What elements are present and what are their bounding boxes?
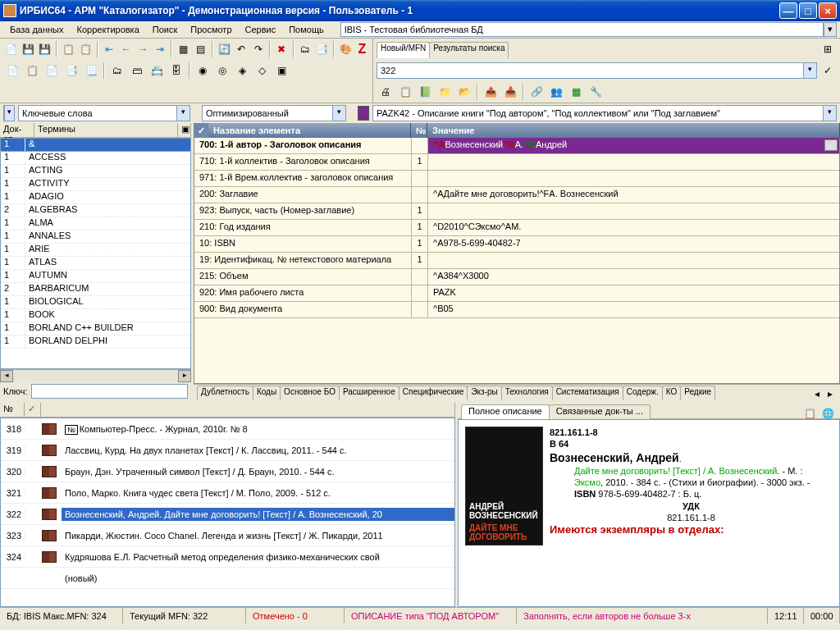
term-row[interactable]: 2BARBARICUM (1, 283, 190, 296)
action3-icon[interactable]: ◈ (233, 62, 251, 80)
reccol-num[interactable]: № (0, 403, 25, 418)
fields-col-value[interactable]: Значение (427, 123, 840, 138)
folder2-icon[interactable]: 📂 (455, 83, 473, 101)
card1-icon[interactable]: 🗂 (108, 62, 126, 80)
card4-icon[interactable]: 🗄 (167, 62, 185, 80)
database-dropdown[interactable]: ▾ (824, 22, 837, 37)
view1-icon[interactable]: ▦ (176, 40, 191, 58)
field-tab[interactable]: Дублетность (197, 386, 253, 400)
term-row[interactable]: 1ACTING (1, 165, 190, 178)
field-row[interactable]: 923: Выпуск, часть (Номер-заглавие)1 (194, 203, 839, 220)
tool1-icon[interactable]: 🗂 (298, 40, 313, 58)
excel-icon[interactable]: ▦ (567, 83, 585, 101)
link-icon[interactable]: 🔗 (527, 83, 546, 101)
term-row[interactable]: 1BIOLOGICAL (1, 296, 190, 309)
field-row[interactable]: 210: Год издания1^D2010^CЭксмо^AМ. (194, 220, 839, 236)
field-tab[interactable]: Основное БО (280, 386, 340, 400)
record-row[interactable]: 323Пикарди, Жюстин. Coco Chanel. Легенда… (1, 525, 454, 546)
tab-list-icon[interactable]: ⊞ (819, 40, 837, 58)
doc1-icon[interactable]: 📄 (3, 62, 21, 80)
export-icon[interactable]: 📤 (482, 83, 500, 101)
doc4-icon[interactable]: 📑 (62, 62, 80, 80)
terms-col-docs[interactable]: Док-ов (0, 123, 34, 137)
tab-scroll-right-icon[interactable]: ▸ (824, 387, 837, 400)
menu-view[interactable]: Просмотр (184, 23, 238, 36)
prev-icon[interactable]: ← (118, 40, 134, 58)
term-row[interactable]: 1& (1, 139, 190, 152)
pin-icon[interactable]: ▣ (178, 123, 191, 137)
tab-new-mfn[interactable]: Новый/MFN (377, 42, 430, 58)
menu-database[interactable]: База данных (3, 23, 71, 36)
term-row[interactable]: 1BORLAND DELPHI (1, 336, 190, 349)
field-row[interactable]: 200: Заглавие^AДайте мне договорить!^FА.… (194, 187, 839, 203)
field-row[interactable]: 971: 1-й Врем.коллектив - заголовок опис… (194, 171, 839, 187)
keyword-dropdown[interactable]: ▾ (176, 106, 189, 121)
term-row[interactable]: 1ALMA (1, 217, 190, 231)
record-row[interactable]: 324Кудряшова Е.Л. Расчетный метод опреде… (1, 546, 454, 568)
expand-button[interactable]: … (824, 139, 838, 151)
field-tab[interactable]: Редкие (680, 386, 715, 400)
action5-icon[interactable]: ▣ (272, 62, 290, 80)
paste-icon[interactable]: 📋 (78, 40, 94, 58)
people-icon[interactable]: 👥 (547, 83, 565, 101)
field-row[interactable]: 710: 1-й коллектив - Заголовок описания1 (194, 154, 839, 171)
card3-icon[interactable]: 📇 (148, 62, 166, 80)
record-row[interactable]: 319Лассвиц, Курд. На двух планетах [Текс… (1, 440, 454, 461)
term-row[interactable]: 1ADAGIO (1, 191, 190, 204)
tab-linked-docs[interactable]: Связанные док-ты ... (549, 404, 651, 419)
minimize-button[interactable]: — (779, 2, 797, 19)
terms-hscroll[interactable]: ◂▸ (0, 369, 191, 382)
refresh-icon[interactable]: 🔄 (217, 40, 232, 58)
format-dropdown[interactable]: ▾ (823, 106, 836, 121)
field-row[interactable]: 215: Объем^A384^X3000 (194, 269, 839, 285)
menu-correct[interactable]: Корректировка (71, 23, 146, 36)
term-row[interactable]: 1ATLAS (1, 257, 190, 270)
field-row[interactable]: 700: 1-й автор - Заголовок описания^AВоз… (194, 138, 839, 154)
fields-col-no[interactable]: № (411, 123, 427, 138)
view2-icon[interactable]: ▤ (193, 40, 208, 58)
mfn-go-icon[interactable]: ✓ (819, 62, 837, 80)
tab-results[interactable]: Результаты поиска (429, 42, 509, 58)
term-row[interactable]: 1AUTUMN (1, 270, 190, 283)
optimized-dropdown[interactable]: ▾ (332, 106, 345, 121)
folder-icon[interactable]: 📁 (436, 83, 454, 101)
format-combo[interactable] (373, 106, 823, 121)
last-icon[interactable]: ⇥ (153, 40, 168, 58)
field-tab[interactable]: Специфические (399, 386, 468, 400)
field-row[interactable]: 920: Имя рабочего листаPAZK (194, 285, 839, 302)
doc5-icon[interactable]: 📃 (82, 62, 100, 80)
field-tab[interactable]: Технология (501, 386, 553, 400)
action4-icon[interactable]: ◇ (253, 62, 271, 80)
mfn-input[interactable] (377, 63, 803, 78)
field-row[interactable]: 900: Вид документа^B05 (194, 302, 839, 318)
record-row[interactable]: 318№Компьютер-Пресс. - Журнал, 2010г. № … (1, 418, 454, 440)
key-input[interactable] (31, 384, 188, 399)
small-dropdown[interactable]: ▾ (4, 106, 14, 121)
fields-col-name[interactable]: Название элемента (208, 123, 411, 138)
next-icon[interactable]: → (135, 40, 151, 58)
menu-service[interactable]: Сервис (239, 23, 283, 36)
save-all-icon[interactable]: 💾 (37, 40, 52, 58)
menu-search[interactable]: Поиск (146, 23, 184, 36)
database-input[interactable] (340, 22, 824, 37)
first-icon[interactable]: ⇤ (102, 40, 117, 58)
keyword-combo[interactable] (19, 106, 176, 121)
field-tab[interactable]: Расширенное (339, 386, 399, 400)
tool-icon[interactable]: 🔧 (587, 83, 605, 101)
paint-icon[interactable]: 🎨 (338, 40, 354, 58)
term-row[interactable]: 1ACCESS (1, 152, 190, 165)
delete-icon[interactable]: ✖ (274, 40, 290, 58)
action1-icon[interactable]: ◉ (194, 62, 212, 80)
field-tab[interactable]: Экз-ры (467, 386, 501, 400)
mfn-dropdown[interactable]: ▾ (803, 63, 816, 78)
fields-check-all[interactable]: ✓ (194, 123, 208, 138)
reccol-desc[interactable] (41, 403, 455, 418)
card2-icon[interactable]: 🗃 (128, 62, 146, 80)
term-row[interactable]: 1BORLAND C++ BUILDER (1, 322, 190, 336)
field-row[interactable]: 19: Идентификац. № нетекстового материал… (194, 253, 839, 269)
maximize-button[interactable]: □ (799, 2, 817, 19)
book-icon[interactable]: 📗 (416, 83, 434, 101)
print-icon[interactable]: 🖨 (377, 83, 395, 101)
z-button[interactable]: Z (355, 40, 369, 58)
menu-help[interactable]: Помощь (282, 23, 331, 36)
